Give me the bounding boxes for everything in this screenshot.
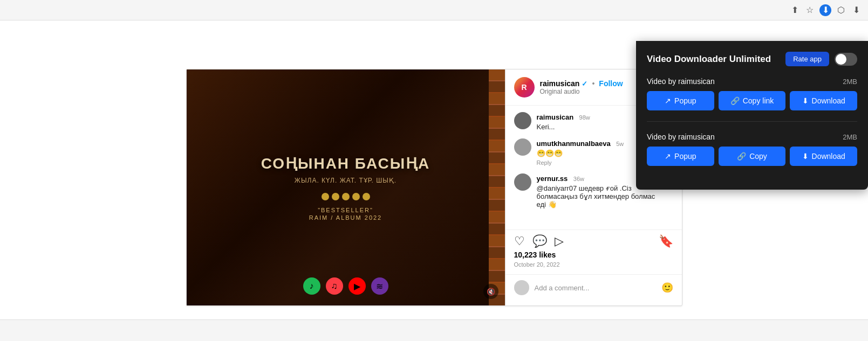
comment-time: 98w bbox=[579, 114, 590, 121]
deezer-icon: ≋ bbox=[371, 277, 388, 295]
author-username: raimusican bbox=[540, 79, 580, 88]
album-subtitle: ЖЫЛА. КҮЛ. ЖАТ. ТҰР. ШЫҚ. bbox=[261, 177, 430, 184]
comment-time: 36w bbox=[573, 176, 584, 182]
spotify-icon: ♪ bbox=[303, 277, 320, 295]
vd-header: Video Downloader Unlimited Rate app bbox=[647, 52, 857, 66]
vd-title: Video Downloader Unlimited bbox=[647, 54, 771, 65]
copy-icon-2: 🔗 bbox=[737, 152, 746, 161]
vd-item-2-size: 2MB bbox=[843, 133, 857, 141]
commenter-username: yernur.ss bbox=[537, 175, 568, 183]
user-avatar-small bbox=[514, 280, 529, 295]
comment-input-label[interactable]: Add a comment... bbox=[535, 284, 656, 292]
youtube-icon: ▶ bbox=[348, 277, 366, 295]
comment-button[interactable]: 💬 bbox=[532, 234, 547, 248]
extensions-icon[interactable]: ⬡ bbox=[836, 5, 846, 16]
bookmark-button[interactable]: 🔖 bbox=[659, 234, 673, 248]
album-artist: RAIM / ALBUM 2022 bbox=[261, 214, 430, 221]
commenter-username: umutkhanmunalbaeva bbox=[537, 140, 611, 148]
bottom-bar bbox=[0, 319, 868, 341]
comment-time: 5w bbox=[616, 141, 624, 147]
book-spines-decoration bbox=[489, 69, 505, 305]
apple-music-icon: ♫ bbox=[326, 277, 343, 295]
original-audio-label: Original audio bbox=[540, 88, 623, 95]
vd-item-2-download-button[interactable]: ⬇ Download bbox=[790, 147, 857, 166]
divider bbox=[647, 121, 857, 122]
vd-item-1-title: Video by raimusican bbox=[647, 77, 715, 86]
browser-chrome: ⬆ ☆ ⬇ ⬡ ⬇ bbox=[0, 0, 868, 20]
vd-item-1-download-button[interactable]: ⬇ Download bbox=[790, 91, 857, 110]
main-content: СОҢЫНАН БАСЫҢА ЖЫЛА. КҮЛ. ЖАТ. ТҰР. ШЫҚ.… bbox=[0, 20, 868, 341]
download-icon-1: ⬇ bbox=[802, 96, 809, 105]
vd-item-1-copy-button[interactable]: 🔗 Copy link bbox=[719, 91, 786, 110]
toggle-switch[interactable] bbox=[835, 53, 857, 66]
dot1 bbox=[322, 193, 329, 200]
mute-button[interactable]: 🔇 bbox=[483, 284, 498, 299]
add-comment-area: Add a comment... 🙂 bbox=[505, 274, 682, 301]
vd-item-2-copy-button[interactable]: 🔗 Copy bbox=[719, 147, 786, 166]
download-icon-2: ⬇ bbox=[802, 152, 809, 161]
star-icon[interactable]: ☆ bbox=[804, 5, 815, 16]
commenter-avatar bbox=[514, 173, 531, 191]
copy-link-icon: 🔗 bbox=[730, 96, 740, 105]
like-button[interactable]: ♡ bbox=[514, 234, 525, 248]
share-icon[interactable]: ⬆ bbox=[789, 5, 800, 16]
vd-item-2-title: Video by raimusican bbox=[647, 133, 715, 141]
likes-count: 10,223 likes bbox=[514, 248, 673, 260]
download-circle-icon[interactable]: ⬇ bbox=[819, 4, 831, 16]
vd-item-1-popup-button[interactable]: ↗ Popup bbox=[647, 91, 714, 110]
rate-app-button[interactable]: Rate app bbox=[785, 52, 829, 66]
post-actions: ♡ 💬 ▷ 🔖 10,223 likes October 20, 2022 bbox=[505, 229, 682, 274]
popup-icon-2: ↗ bbox=[665, 152, 671, 161]
dot2 bbox=[332, 193, 339, 200]
post-date: October 20, 2022 bbox=[514, 261, 673, 268]
dot5 bbox=[363, 193, 370, 200]
dot3 bbox=[342, 193, 350, 200]
vd-item-2-popup-button[interactable]: ↗ Popup bbox=[647, 147, 714, 166]
album-title: СОҢЫНАН БАСЫҢА bbox=[261, 155, 430, 172]
share-button[interactable]: ▷ bbox=[555, 234, 564, 248]
download-icon[interactable]: ⬇ bbox=[851, 5, 862, 16]
album-name: "BESTSELLER" bbox=[261, 207, 430, 213]
emoji-picker-button[interactable]: 🙂 bbox=[661, 282, 673, 294]
post-image-area: СОҢЫНАН БАСЫҢА ЖЫЛА. КҮЛ. ЖАТ. ТҰР. ШЫҚ.… bbox=[187, 69, 505, 305]
vd-panel: Video Downloader Unlimited Rate app Vide… bbox=[636, 41, 868, 190]
commenter-avatar bbox=[514, 138, 531, 156]
toggle-knob bbox=[836, 54, 846, 65]
verified-badge: ✓ bbox=[582, 80, 587, 88]
follow-button[interactable]: Follow bbox=[599, 79, 623, 88]
popup-icon: ↗ bbox=[665, 96, 671, 105]
commenter-username: raimusican bbox=[537, 113, 574, 121]
ig-post: СОҢЫНАН БАСЫҢА ЖЫЛА. КҮЛ. ЖАТ. ТҰР. ШЫҚ.… bbox=[186, 69, 682, 306]
author-avatar[interactable]: R bbox=[514, 77, 535, 98]
vd-item-1-size: 2MB bbox=[843, 78, 857, 86]
commenter-avatar bbox=[514, 112, 531, 129]
vd-item-2: Video by raimusican 2MB ↗ Popup 🔗 Copy ⬇… bbox=[647, 133, 857, 166]
vd-item-1: Video by raimusican 2MB ↗ Popup 🔗 Copy l… bbox=[647, 77, 857, 110]
dot4 bbox=[352, 193, 360, 200]
